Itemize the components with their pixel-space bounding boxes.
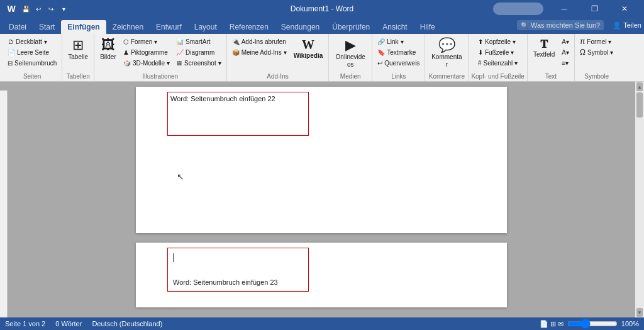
illustrationen-buttons: 🖼 Bilder ⬡ Formen ▾ ♟ Piktogramme 🎲 3D-M…: [97, 36, 224, 72]
window-title: Dokument1 - Word: [291, 4, 353, 13]
tab-start[interactable]: Start: [33, 20, 61, 34]
link-button[interactable]: 🔗 Link ▾: [375, 36, 422, 47]
tab-referenzen[interactable]: Referenzen: [223, 20, 275, 34]
addins-abrufen-button[interactable]: 🔌 Add-Ins abrufen: [230, 36, 289, 47]
3d-modelle-button[interactable]: 🎲 3D-Modelle ▾: [121, 58, 172, 68]
scroll-up-button[interactable]: ▲: [636, 82, 643, 91]
formel-button[interactable]: π Formel ▾: [577, 36, 616, 47]
tab-layout[interactable]: Layout: [188, 20, 223, 34]
seitenzahl-button[interactable]: # Seitenzahl ▾: [475, 58, 520, 68]
querverweis-icon: ↩: [377, 60, 382, 67]
illustrationen-col3: 📊 SmartArt 📈 Diagramm 🖥 Screenshot ▾: [174, 36, 224, 68]
status-right: 📄 ⊞ ✉ 100%: [540, 319, 639, 329]
share-button[interactable]: 👤 Teilen: [613, 21, 641, 30]
querverweis-button[interactable]: ↩ Querverweis: [375, 58, 422, 68]
ribbon-group-kommentare: 💬 Kommentar Kommentare: [425, 34, 469, 81]
wikipedia-icon: W: [302, 38, 314, 51]
addins-col: 🔌 Add-Ins abrufen 📦 Meine Add-Ins ▾: [230, 36, 289, 57]
tab-ueberpruefen[interactable]: Überprüfen: [326, 20, 376, 34]
textfeld-button[interactable]: 𝐓 Textfeld: [530, 36, 558, 72]
status-bar: Seite 1 von 2 0 Wörter Deutsch (Deutschl…: [0, 317, 644, 330]
tabellen-buttons: ⊞ Tabelle: [65, 36, 91, 72]
links-label: Links: [375, 72, 422, 81]
quick-access-toolbar: 💾 ↩ ↪ ▾: [20, 3, 69, 14]
kopf-fusszeile-col: ⬆ Kopfzeile ▾ ⬇ Fußzeile ▾ # Seitenzahl …: [475, 36, 520, 68]
tab-ansicht[interactable]: Ansicht: [376, 20, 413, 34]
search-box[interactable]: 🔍 Was möchten Sie tun?: [517, 20, 604, 30]
diagramm-button[interactable]: 📈 Diagramm: [174, 47, 224, 57]
smartart-button[interactable]: 📊 SmartArt: [174, 36, 224, 47]
chevron-down-icon3: ▾: [167, 60, 170, 67]
close-button[interactable]: ✕: [610, 0, 639, 18]
screenshot-button[interactable]: 🖥 Screenshot ▾: [174, 58, 224, 68]
tab-zeichnen[interactable]: Zeichnen: [106, 20, 150, 34]
deckblatt-button[interactable]: 🗋 Deckblatt ▾: [5, 36, 59, 47]
ribbon-group-links: 🔗 Link ▾ 🔖 Textmarke ↩ Querverweis Links: [372, 34, 425, 81]
kommentar-button[interactable]: 💬 Kommentar: [428, 36, 465, 72]
restore-button[interactable]: ❐: [580, 0, 609, 18]
seiten-label: Seiten: [5, 72, 59, 81]
page1-box-text: Word: Seitenumbruch einfügen 22: [168, 92, 308, 105]
scrollbar-thumb[interactable]: [636, 92, 643, 118]
formen-icon: ⬡: [123, 38, 129, 45]
tab-sendungen[interactable]: Sendungen: [275, 20, 326, 34]
meine-addins-icon: 📦: [232, 49, 240, 56]
vertical-scrollbar[interactable]: ▲ ▼: [635, 82, 644, 317]
tab-datei[interactable]: Datei: [3, 20, 33, 34]
screenshot-icon: 🖥: [176, 60, 182, 67]
person-icon: 👤: [613, 21, 621, 30]
zoom-level: 100%: [621, 320, 639, 327]
ribbon-group-symbole: π Formel ▾ Ω Symbol ▾ Symbole: [575, 34, 618, 81]
chevron-down-icon10: ▾: [608, 38, 611, 45]
search-placeholder: Was möchten Sie tun?: [531, 21, 600, 29]
zoom-slider[interactable]: [567, 319, 618, 329]
search-icon: 🔍: [521, 22, 528, 29]
symbole-label: Symbole: [577, 72, 616, 81]
symbole-buttons: π Formel ▾ Ω Symbol ▾: [577, 36, 616, 72]
kopfzeile-button[interactable]: ⬆ Kopfzeile ▾: [475, 36, 520, 47]
fusszeile-button[interactable]: ⬇ Fußzeile ▾: [475, 47, 520, 57]
page2-box-text: Word: Seitenumbruch einfügen 23: [170, 276, 280, 289]
undo-icon[interactable]: ↩: [33, 3, 44, 14]
formel-icon: π: [580, 37, 585, 46]
smartart-icon: 📊: [176, 38, 184, 45]
leere-seite-button[interactable]: 📄 Leere Seite: [5, 47, 59, 57]
ribbon-group-illustrationen: 🖼 Bilder ⬡ Formen ▾ ♟ Piktogramme 🎲 3D-M…: [94, 34, 227, 81]
minimize-button[interactable]: ─: [550, 0, 579, 18]
redo-icon[interactable]: ↪: [45, 3, 57, 14]
piktogramme-button[interactable]: ♟ Piktogramme: [121, 47, 172, 57]
bilder-button[interactable]: 🖼 Bilder: [97, 36, 119, 72]
tabelle-button[interactable]: ⊞ Tabelle: [65, 36, 91, 72]
onlinevideos-button[interactable]: ▶ Onlinevideos: [331, 36, 369, 72]
textmarke-button[interactable]: 🔖 Textmarke: [375, 47, 422, 57]
vertical-ruler: [0, 91, 8, 317]
save-icon[interactable]: 💾: [20, 3, 31, 14]
chevron-down-icon5: ▾: [284, 49, 287, 56]
text-label: Text: [530, 72, 572, 81]
view-icons[interactable]: 📄 ⊞ ✉: [540, 320, 564, 328]
seitenumbruch-button[interactable]: ⊟ Seitenumbruch: [5, 58, 59, 68]
piktogramme-icon: ♟: [123, 49, 129, 56]
links-buttons: 🔗 Link ▾ 🔖 Textmarke ↩ Querverweis: [375, 36, 422, 72]
seiten-buttons: 🗋 Deckblatt ▾ 📄 Leere Seite ⊟ Seitenumbr…: [5, 36, 59, 72]
language: Deutsch (Deutschland): [92, 320, 162, 327]
text-opt2[interactable]: A▾: [559, 47, 572, 57]
user-profile[interactable]: [493, 3, 543, 15]
formen-button[interactable]: ⬡ Formen ▾: [121, 36, 172, 47]
tab-hilfe[interactable]: Hilfe: [414, 20, 441, 34]
meine-addins-button[interactable]: 📦 Meine Add-Ins ▾: [230, 47, 289, 57]
customize-qat-icon[interactable]: ▾: [58, 3, 69, 14]
tab-entwurf[interactable]: Entwurf: [150, 20, 188, 34]
addins-buttons: 🔌 Add-Ins abrufen 📦 Meine Add-Ins ▾ W Wi…: [230, 36, 326, 72]
tabellen-label: Tabellen: [65, 72, 91, 81]
wikipedia-button[interactable]: W Wikipedia: [291, 36, 326, 72]
tabelle-icon: ⊞: [72, 38, 84, 52]
tab-einfuegen[interactable]: Einfügen: [61, 20, 106, 34]
symbol-button[interactable]: Ω Symbol ▾: [577, 47, 616, 57]
link-icon: 🔗: [377, 38, 385, 45]
title-bar-left: W 💾 ↩ ↪ ▾: [5, 3, 69, 15]
text-opt1[interactable]: A▾: [559, 36, 572, 47]
scroll-down-button[interactable]: ▼: [636, 308, 643, 317]
text-opt3[interactable]: ≡▾: [559, 58, 572, 68]
pages-wrapper: Word: Seitenumbruch einfügen 22 ↖ Word: …: [8, 82, 635, 317]
